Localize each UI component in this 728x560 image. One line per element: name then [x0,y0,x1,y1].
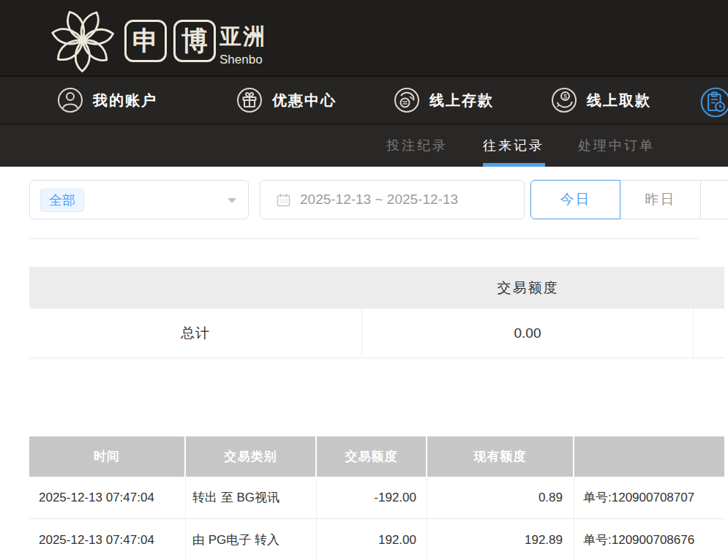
logo-region-text: 亚洲 [219,22,266,52]
summary-header-amount: 交易额度 [362,267,694,309]
logo-char-box: 博 [173,20,216,62]
summary-header-empty [29,267,362,309]
cell-time: 2025-12-13 07:47:04 [29,477,186,518]
nav-item-online-withdraw[interactable]: $ 线上取款 [551,77,651,124]
col-header-type: 交易类别 [186,436,317,477]
transactions-table: 时间 交易类别 交易额度 现有额度 2025-12-13 07:47:04 转出… [29,436,724,560]
cell-order-number: 单号:120900708707 [574,477,724,518]
nav-item-label: 线上取款 [587,91,651,110]
flower-logo-icon [48,6,117,75]
more-range-button[interactable] [701,180,728,219]
nav-item-label: 优惠中心 [272,91,337,110]
page: 申 博 亚洲 Shenbo 我的账户 [0,0,728,560]
summary-cell-empty [694,309,724,357]
cell-order-number: 单号:120900708676 [574,519,724,560]
nav-item-promotions[interactable]: 优惠中心 [236,77,337,124]
summary-header-empty [694,267,724,309]
gift-icon [236,87,263,113]
tab-bet-records[interactable]: 投注纪录 [386,125,448,167]
calendar-icon [277,193,290,207]
cell-type: 由 PG电子 转入 [186,519,317,560]
col-header-balance: 现有额度 [427,436,574,477]
withdraw-hand-coin-icon: $ [551,87,577,113]
cell-amount: -192.00 [317,477,427,518]
date-range-picker[interactable]: 2025-12-13 ~ 2025-12-13 [260,180,525,219]
summary-total-value: 0.00 [362,309,694,357]
date-range-value: 2025-12-13 ~ 2025-12-13 [300,192,458,208]
nav-item-label: 线上存款 [429,91,494,110]
summary-table: 交易额度 总计 0.00 [29,267,724,358]
brand-bar: 申 博 亚洲 Shenbo [0,0,728,77]
selected-type-tag: 全部 [40,189,84,212]
quick-date-buttons: 今日 昨日 [530,180,728,219]
nav-item-label: 我的账户 [93,91,157,110]
summary-total-row: 总计 0.00 [29,309,724,358]
user-icon [57,87,83,113]
transactions-header-row: 时间 交易类别 交易额度 现有额度 [29,436,724,477]
cell-amount: 192.00 [317,519,427,560]
caret-down-icon [228,198,236,203]
cell-time: 2025-12-13 07:47:04 [29,519,186,560]
main-nav: 我的账户 优惠中心 [0,77,728,124]
logo-region: 亚洲 Shenbo [219,22,266,67]
cell-balance: 0.89 [427,477,574,518]
logo-latin-text: Shenbo [219,53,266,67]
today-button[interactable]: 今日 [530,180,620,219]
divider [29,238,699,239]
nav-item-online-deposit[interactable]: 线上存款 [394,77,494,124]
svg-text:$: $ [563,93,567,100]
cell-type: 转出 至 BG视讯 [186,477,317,518]
yesterday-button[interactable]: 昨日 [620,180,701,219]
col-header-amount: 交易额度 [317,436,427,477]
table-row: 2025-12-13 07:47:04 转出 至 BG视讯 -192.00 0.… [29,477,724,519]
deposit-hand-coin-icon [394,87,420,113]
summary-header-row: 交易额度 [29,267,724,309]
cell-balance: 192.89 [427,519,574,560]
summary-total-label: 总计 [29,309,362,357]
records-clipboard-clock-icon[interactable] [699,86,728,118]
logo-char-box: 申 [124,20,167,62]
table-row: 2025-12-13 07:47:04 由 PG电子 转入 192.00 192… [29,519,724,560]
tab-pending-orders[interactable]: 处理中订单 [578,125,655,167]
active-tab-underline [483,163,545,167]
nav-item-my-account[interactable]: 我的账户 [57,77,157,124]
col-header-time: 时间 [29,436,186,477]
tab-transfer-records[interactable]: 往来记录 [483,125,544,167]
col-header-order [574,436,724,477]
records-tab-bar: 投注纪录 往来记录 处理中订单 [0,124,728,167]
transaction-type-select[interactable]: 全部 [29,180,249,219]
